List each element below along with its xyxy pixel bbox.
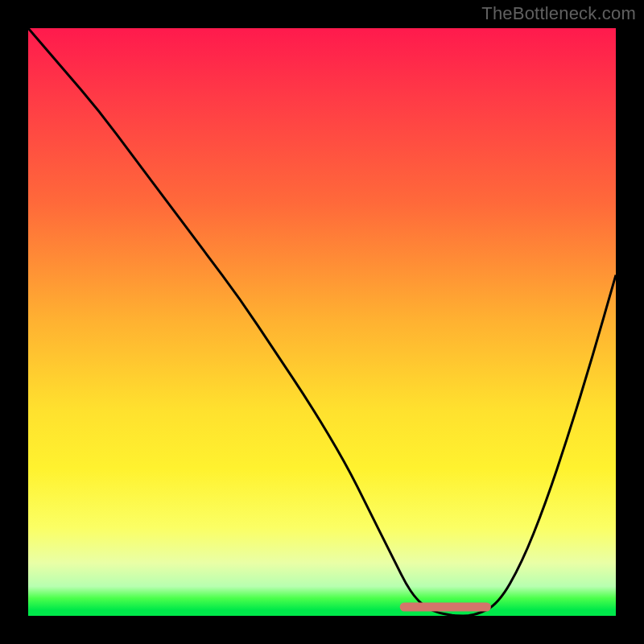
chart-frame: TheBottleneck.com	[0, 0, 644, 644]
plot-area	[28, 28, 616, 616]
watermark-text: TheBottleneck.com	[481, 3, 636, 24]
trough-marker	[28, 28, 616, 616]
